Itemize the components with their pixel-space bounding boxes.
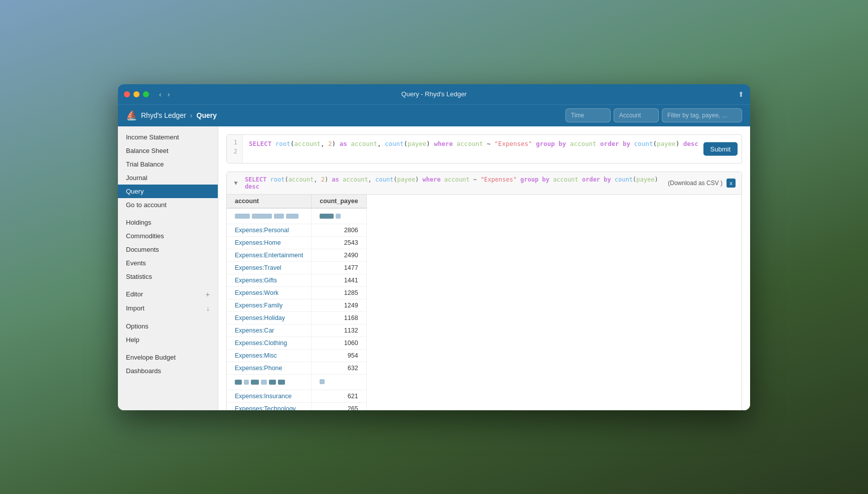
- line-number-2: 2: [232, 148, 237, 155]
- result-table-container: account count_payee: [227, 195, 742, 410]
- sidebar-item-balance-sheet[interactable]: Balance Sheet: [118, 144, 218, 157]
- table-row: Expenses:Work1285: [227, 286, 366, 299]
- count-cell: 954: [312, 349, 366, 362]
- table-body: Expenses:Personal2806Expenses:Home2543Ex…: [227, 208, 366, 410]
- account-link[interactable]: Expenses:Misc: [235, 352, 277, 359]
- sidebar-item-import[interactable]: Import ↓: [118, 301, 218, 315]
- count-cell: 265: [312, 402, 366, 410]
- table-row: Expenses:Home2543: [227, 236, 366, 249]
- account-link[interactable]: Expenses:Entertainment: [235, 252, 303, 259]
- account-cell[interactable]: Expenses:Home: [227, 236, 312, 249]
- account-link[interactable]: Expenses:Personal: [235, 227, 289, 234]
- account-link[interactable]: Expenses:Car: [235, 327, 274, 334]
- account-cell[interactable]: Expenses:Car: [227, 324, 312, 337]
- sidebar: Income Statement Balance Sheet Trial Bal…: [118, 126, 218, 410]
- sidebar-item-events[interactable]: Events: [118, 256, 218, 270]
- sidebar-item-documents[interactable]: Documents: [118, 243, 218, 256]
- count-cell: 1132: [312, 324, 366, 337]
- count-cell: 632: [312, 362, 366, 374]
- count-cell: 2490: [312, 249, 366, 261]
- share-icon[interactable]: ⬆: [738, 90, 744, 98]
- redacted-bar-cell: [227, 208, 312, 224]
- account-link[interactable]: Expenses:Phone: [235, 365, 282, 372]
- account-filter-input[interactable]: [614, 108, 659, 122]
- account-cell[interactable]: Expenses:Personal: [227, 224, 312, 236]
- account-cell[interactable]: Expenses:Gifts: [227, 274, 312, 286]
- sidebar-divider-4: [118, 347, 218, 351]
- account-cell[interactable]: Expenses:Clothing: [227, 337, 312, 349]
- sidebar-item-holdings[interactable]: Holdings: [118, 216, 218, 229]
- fullscreen-button[interactable]: [143, 91, 149, 97]
- table-row: Expenses:Holiday1168: [227, 311, 366, 324]
- account-cell[interactable]: Expenses:Misc: [227, 349, 312, 362]
- sidebar-item-trial-balance[interactable]: Trial Balance: [118, 157, 218, 171]
- sidebar-item-help[interactable]: Help: [118, 333, 218, 347]
- collapse-icon[interactable]: ▼: [233, 180, 239, 187]
- submit-button[interactable]: Submit: [703, 142, 738, 155]
- account-link[interactable]: Expenses:Technology: [235, 405, 296, 410]
- sidebar-item-statistics[interactable]: Statistics: [118, 270, 218, 283]
- account-link[interactable]: Expenses:Work: [235, 289, 278, 296]
- sidebar-item-commodities[interactable]: Commodities: [118, 229, 218, 243]
- import-down-icon[interactable]: ↓: [206, 304, 210, 312]
- account-link[interactable]: Expenses:Travel: [235, 264, 281, 271]
- sidebar-item-dashboards[interactable]: Dashboards: [118, 364, 218, 378]
- account-cell[interactable]: Expenses:Entertainment: [227, 249, 312, 261]
- account-link[interactable]: Expenses:Clothing: [235, 340, 287, 347]
- forward-button[interactable]: ›: [166, 89, 172, 99]
- traffic-lights: [124, 91, 149, 97]
- count-cell: 621: [312, 390, 366, 402]
- account-cell[interactable]: Expenses:Technology: [227, 402, 312, 410]
- table-row: Expenses:Phone632: [227, 362, 366, 374]
- table-row: Expenses:Car1132: [227, 324, 366, 337]
- minimize-button[interactable]: [133, 91, 139, 97]
- account-link[interactable]: Expenses:Family: [235, 302, 282, 309]
- sidebar-item-income-statement[interactable]: Income Statement: [118, 130, 218, 144]
- sidebar-item-query[interactable]: Query: [118, 185, 218, 198]
- table-row: Expenses:Clothing1060: [227, 337, 366, 349]
- table-row: Expenses:Family1249: [227, 299, 366, 311]
- sidebar-item-go-to-account[interactable]: Go to account: [118, 198, 218, 212]
- editor-add-icon[interactable]: +: [206, 290, 210, 298]
- sidebar-editor-label: Editor: [126, 290, 143, 298]
- account-cell[interactable]: Expenses:Family: [227, 299, 312, 311]
- table-row: Expenses:Gifts1441: [227, 274, 366, 286]
- sidebar-item-journal[interactable]: Journal: [118, 171, 218, 185]
- col-header-count: count_payee: [312, 195, 366, 208]
- redacted-row: [227, 374, 366, 390]
- download-csv-button[interactable]: (Download as CSV ): [668, 180, 722, 187]
- time-filter-input[interactable]: [565, 108, 611, 122]
- window-title: Query - Rhyd's Ledger: [401, 90, 467, 98]
- breadcrumb-home[interactable]: Rhyd's Ledger: [141, 111, 186, 119]
- breadcrumb: ⛵ Rhyd's Ledger › Query: [126, 110, 561, 121]
- account-link[interactable]: Expenses:Home: [235, 239, 281, 246]
- sidebar-item-editor[interactable]: Editor +: [118, 287, 218, 301]
- account-link[interactable]: Expenses:Gifts: [235, 277, 277, 284]
- account-cell[interactable]: Expenses:Work: [227, 286, 312, 299]
- toolbar: ⛵ Rhyd's Ledger › Query: [118, 104, 750, 126]
- close-button[interactable]: [124, 91, 130, 97]
- query-editor: 1 2 SELECT root(account, 2) as account, …: [226, 134, 742, 163]
- account-cell[interactable]: Expenses:Holiday: [227, 311, 312, 324]
- query-text-input[interactable]: SELECT root(account, 2) as account, coun…: [243, 135, 742, 163]
- sidebar-item-options[interactable]: Options: [118, 319, 218, 333]
- account-cell[interactable]: Expenses:Phone: [227, 362, 312, 374]
- count-cell: 1168: [312, 311, 366, 324]
- close-result-button[interactable]: x: [727, 179, 736, 188]
- account-cell[interactable]: Expenses:Insurance: [227, 390, 312, 402]
- back-button[interactable]: ‹: [157, 89, 164, 99]
- result-actions: (Download as CSV ) x: [668, 179, 736, 188]
- sidebar-divider-3: [118, 315, 218, 319]
- app-window: ‹ › Query - Rhyd's Ledger ⬆ ⛵ Rhyd's Led…: [118, 84, 750, 410]
- tag-filter-input[interactable]: [662, 108, 742, 122]
- table-header: account count_payee: [227, 195, 366, 208]
- sidebar-item-envelope-budget[interactable]: Envelope Budget: [118, 351, 218, 364]
- count-cell: 2543: [312, 236, 366, 249]
- app-icon: ⛵: [126, 110, 137, 121]
- table-row: Expenses:Insurance621: [227, 390, 366, 402]
- sidebar-divider-1: [118, 212, 218, 216]
- account-link[interactable]: Expenses:Insurance: [235, 393, 292, 400]
- count-cell: 1441: [312, 274, 366, 286]
- account-link[interactable]: Expenses:Holiday: [235, 314, 285, 321]
- account-cell[interactable]: Expenses:Travel: [227, 261, 312, 274]
